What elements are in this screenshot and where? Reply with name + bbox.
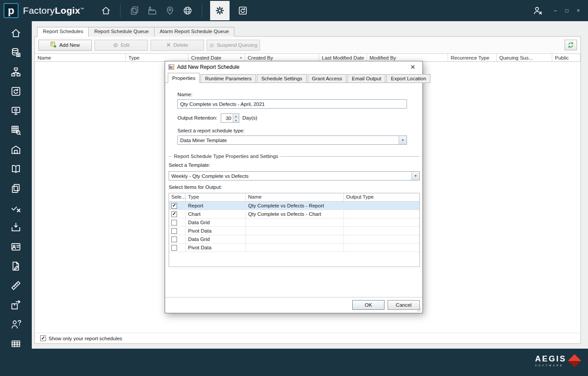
tab-report-schedule-queue[interactable]: Report Schedule Queue (88, 27, 154, 37)
table-row[interactable]: ReportQty Complete vs Defects - Report (169, 202, 419, 210)
items-column-type[interactable]: Type (186, 193, 246, 201)
column-header-last-modified-date[interactable]: Last Modified Date (319, 54, 367, 61)
schedule-type-select[interactable]: Data Miner Template ▼ (177, 135, 407, 145)
resize-grip-icon[interactable] (417, 307, 422, 312)
close-button[interactable]: × (574, 6, 583, 15)
sidebar-item-badge[interactable] (6, 239, 26, 254)
sidebar-item-support-person[interactable] (6, 317, 26, 332)
row-select-cell[interactable] (169, 227, 186, 235)
show-only-mine-checkbox[interactable] (40, 335, 46, 341)
name-input[interactable] (177, 99, 407, 109)
dialog-tab-email-output[interactable]: Email Output (347, 74, 385, 83)
row-checkbox[interactable] (171, 245, 177, 251)
session-restore-icon (237, 5, 248, 16)
topbar-factory-button[interactable] (143, 1, 161, 20)
items-table-body: ReportQty Complete vs Defects - ReportCh… (169, 202, 419, 252)
column-label: Queuing Sus... (499, 55, 533, 60)
chevron-down-icon[interactable]: ▼ (411, 172, 419, 180)
user-logout-icon (532, 5, 543, 16)
aegis-brand-name: AEGIS (535, 355, 566, 363)
sidebar-item-quality-check[interactable] (6, 200, 26, 215)
ok-button[interactable]: OK (352, 300, 384, 310)
items-column-name[interactable]: Name (246, 193, 344, 201)
sidebar-item-data-query[interactable] (6, 123, 26, 138)
row-select-cell[interactable] (169, 210, 186, 218)
row-checkbox[interactable] (171, 228, 177, 234)
template-select[interactable]: Weekly - Qty Complete vs Defects ▼ (169, 171, 420, 180)
topbar-documents-button[interactable] (126, 1, 143, 20)
sidebar-item-grid-table[interactable] (6, 336, 26, 349)
row-output-cell (344, 210, 419, 218)
separator (120, 4, 121, 17)
spin-up-icon[interactable]: ▲ (233, 114, 239, 118)
row-checkbox[interactable] (171, 203, 177, 209)
sidebar-item-station-monitor[interactable] (6, 103, 26, 118)
sidebar-item-design-ruler[interactable] (6, 278, 26, 293)
items-column-sele[interactable]: Sele... (169, 193, 186, 201)
row-select-cell[interactable] (169, 244, 186, 252)
sidebar-item-receiving[interactable] (6, 220, 26, 235)
dialog-close-button[interactable]: ✕ (406, 63, 419, 71)
sidebar-item-revision-loop[interactable] (6, 84, 26, 99)
column-header-created-by[interactable]: Created By (245, 54, 319, 61)
dialog-footer-separator (165, 297, 422, 297)
maximize-button[interactable]: □ (562, 6, 571, 15)
row-select-cell[interactable] (169, 202, 186, 210)
column-label: Created By (248, 55, 273, 60)
aegis-logo: AEGIS SOFTWARE (535, 355, 579, 367)
sidebar-item-home[interactable] (6, 26, 26, 41)
table-row[interactable]: Pivot Data (169, 244, 419, 252)
sidebar-item-library[interactable] (6, 162, 26, 177)
column-header-type[interactable]: Type (126, 54, 188, 61)
row-checkbox[interactable] (171, 211, 177, 217)
column-header-name[interactable]: Name (35, 54, 126, 61)
items-column-output-type[interactable]: Output Type (344, 193, 419, 201)
row-checkbox[interactable] (171, 220, 177, 226)
spin-down-icon[interactable]: ▼ (233, 118, 239, 122)
dialog-title-bar[interactable]: Add New Report Schedule ✕ (165, 61, 422, 73)
row-checkbox[interactable] (171, 237, 177, 242)
add-new-button[interactable]: Add New (38, 40, 92, 51)
column-header-created-date[interactable]: Created Date▾ (188, 54, 245, 61)
sidebar-item-shipping[interactable] (6, 297, 26, 312)
dialog-body: Name: Output Retention: 30 ▲▼ Day(s) Sel… (165, 83, 422, 313)
topbar-location-pin-button[interactable] (161, 1, 179, 20)
table-row[interactable]: Pivot Data (169, 227, 419, 235)
column-header-queuing-sus[interactable]: Queuing Sus... (497, 54, 552, 61)
dialog-tab-schedule-settings[interactable]: Schedule Settings (257, 74, 307, 83)
row-select-cell[interactable] (169, 218, 186, 226)
sidebar-item-data-sources[interactable] (6, 45, 26, 60)
sidebar-item-document-edit[interactable] (6, 259, 26, 274)
column-header-public[interactable]: Public (552, 54, 580, 61)
table-row[interactable]: Data Grid (169, 218, 419, 227)
home-nav-button[interactable] (97, 1, 115, 20)
facility-icon (10, 144, 22, 155)
row-select-cell[interactable] (169, 235, 186, 243)
dialog-tab-properties[interactable]: Properties (168, 73, 200, 83)
dialog-tab-export-location[interactable]: Export Location (386, 74, 430, 83)
topbar-globe-button[interactable] (179, 1, 196, 20)
sidebar-item-facility[interactable] (6, 142, 26, 157)
refresh-button[interactable] (565, 40, 577, 50)
user-logout-button[interactable] (529, 1, 547, 20)
column-header-recurrence-type[interactable]: Recurrence Type (448, 54, 497, 61)
sidebar-item-documents[interactable] (6, 181, 26, 196)
column-header-modified-by[interactable]: Modified By (367, 54, 448, 61)
table-row[interactable]: ChartQty Complete vs Defects - Chart (169, 210, 419, 218)
output-retention-stepper[interactable]: 30 ▲▼ (221, 113, 239, 123)
sidebar-item-process-flow[interactable] (6, 64, 26, 79)
tab-report-schedules[interactable]: Report Schedules (37, 27, 89, 37)
settings-gear-button[interactable] (210, 1, 230, 20)
delete-x-icon: ✕ (166, 42, 171, 48)
chevron-down-icon[interactable]: ▼ (399, 136, 407, 144)
minimize-button[interactable]: – (551, 6, 560, 15)
dialog-tab-runtime-parameters[interactable]: Runtime Parameters (200, 74, 256, 83)
filter-dropdown-icon[interactable]: ▾ (237, 56, 242, 60)
cancel-button[interactable]: Cancel (388, 300, 420, 310)
dialog-tab-grant-access[interactable]: Grant Access (308, 74, 347, 83)
column-label: Last Modified Date (322, 55, 364, 60)
globe-icon (182, 5, 193, 16)
table-row[interactable]: Data Grid (169, 235, 419, 244)
session-restore-button[interactable] (234, 1, 252, 20)
tab-alarm-report-schedule-queue[interactable]: Alarm Report Schedule Queue (154, 27, 235, 37)
